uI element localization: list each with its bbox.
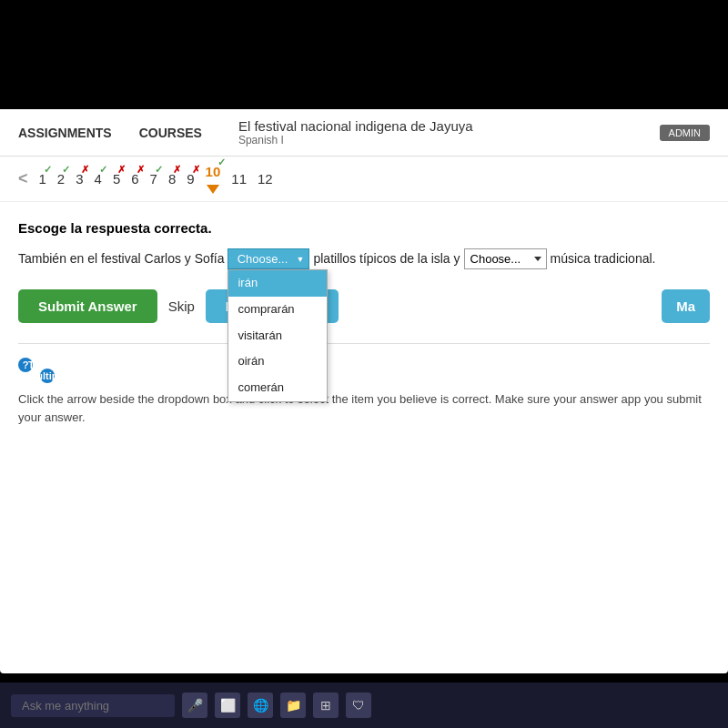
q1-badge: ✓ bbox=[44, 164, 52, 176]
taskbar: 🎤 ⬜ 🌐 📁 ⊞ 🛡 bbox=[0, 682, 728, 728]
main-content: Escoge la respuesta correcta. También en… bbox=[0, 202, 728, 444]
nav-title-main: El festival nacional indigena de Jayuya bbox=[238, 118, 473, 134]
q5-badge: ✗ bbox=[117, 164, 126, 176]
q-num-11-wrap: 11 bbox=[231, 171, 247, 187]
first-dropdown-menu: irán comprarán visitarán oirán comerán bbox=[228, 269, 328, 402]
nav-courses[interactable]: COURSES bbox=[139, 126, 202, 140]
q-num-7-wrap: ✓ 7 bbox=[150, 171, 157, 187]
button-row: Submit Answer Skip Next Question Ma bbox=[18, 289, 710, 323]
current-indicator bbox=[207, 185, 219, 194]
q-num-6-wrap: ✗ 6 bbox=[131, 171, 138, 187]
q-num-12-wrap: 12 bbox=[258, 171, 273, 187]
nav-title-sub: Spanish I bbox=[238, 134, 473, 147]
q-num-9-wrap: ✗ 9 bbox=[187, 171, 194, 187]
taskbar-shield-icon[interactable]: 🛡 bbox=[346, 693, 371, 718]
question-nav: < ✓ 1 ✓ 2 ✗ 3 ✓ 4 ✗ 5 ✗ 6 bbox=[0, 157, 728, 202]
q8-badge: ✗ bbox=[173, 164, 181, 176]
q9-badge: ✗ bbox=[192, 164, 200, 176]
submit-button[interactable]: Submit Answer bbox=[18, 289, 157, 323]
second-dropdown-select[interactable]: Choose... irán comprarán visitarán oirán… bbox=[464, 248, 547, 269]
q10-badge: ✓ bbox=[217, 157, 226, 168]
taskbar-mic-icon[interactable]: 🎤 bbox=[182, 693, 207, 718]
dropdown-option-visitaran[interactable]: visitarán bbox=[228, 323, 327, 349]
q-num-5-wrap: ✗ 5 bbox=[113, 171, 120, 187]
q-num-2-wrap: ✓ 2 bbox=[57, 171, 65, 187]
question-text-before: También en el festival Carlos y Sofía bbox=[18, 248, 224, 268]
skip-button[interactable]: Skip bbox=[168, 298, 195, 314]
taskbar-search[interactable] bbox=[11, 694, 175, 717]
q-num-3-wrap: ✗ 3 bbox=[76, 171, 83, 187]
q-num-8-wrap: ✗ 8 bbox=[168, 171, 176, 187]
q-num-1-wrap: ✓ 1 bbox=[39, 171, 46, 187]
admin-button[interactable]: ADMIN bbox=[660, 125, 710, 141]
q3-badge: ✗ bbox=[81, 164, 89, 176]
help-title: ? Text Multiple Choice bbox=[18, 357, 710, 383]
dropdown-option-iran[interactable]: irán bbox=[228, 270, 327, 297]
question-text: También en el festival Carlos y Sofía Ch… bbox=[18, 248, 710, 269]
second-dropdown-container: Choose... irán comprarán visitarán oirán… bbox=[464, 248, 547, 269]
question-text-between: platillos típicos de la isla y bbox=[313, 248, 460, 268]
q-num-12[interactable]: 12 bbox=[258, 171, 273, 187]
nav-title-block: El festival nacional indigena de Jayuya … bbox=[238, 118, 473, 147]
ma-button[interactable]: Ma bbox=[662, 289, 710, 323]
first-dropdown-trigger[interactable]: Choose... bbox=[228, 248, 309, 269]
section-title: Escoge la respuesta correcta. bbox=[18, 220, 710, 236]
q-num-11[interactable]: 11 bbox=[231, 171, 247, 187]
question-text-after: música tradicional. bbox=[551, 248, 656, 268]
dropdown-option-comeran[interactable]: comerán bbox=[228, 375, 327, 401]
taskbar-browser-icon[interactable]: 🌐 bbox=[248, 693, 273, 718]
prev-arrow[interactable]: < bbox=[18, 169, 28, 188]
taskbar-start-icon[interactable]: ⊞ bbox=[313, 693, 339, 718]
help-section: ? Text Multiple Choice Click the arrow b… bbox=[18, 343, 710, 426]
help-text: Click the arrow beside the dropdown box … bbox=[18, 390, 710, 426]
nav-bar: ASSIGNMENTS COURSES El festival nacional… bbox=[0, 109, 728, 157]
help-title-text: Text Multiple Choice bbox=[40, 369, 55, 383]
q7-badge: ✓ bbox=[155, 164, 163, 176]
q2-badge: ✓ bbox=[62, 164, 70, 176]
q6-badge: ✗ bbox=[136, 164, 145, 176]
first-dropdown-container: Choose... irán comprarán visitarán oirán… bbox=[228, 248, 309, 269]
q-num-10-wrap: ✓ 10 bbox=[206, 164, 221, 179]
taskbar-folder-icon[interactable]: 📁 bbox=[280, 693, 306, 718]
dropdown-option-compraran[interactable]: comprarán bbox=[228, 297, 327, 323]
nav-assignments[interactable]: ASSIGNMENTS bbox=[18, 126, 112, 140]
taskbar-window-icon[interactable]: ⬜ bbox=[215, 693, 240, 718]
q-num-4-wrap: ✓ 4 bbox=[95, 171, 102, 187]
dropdown-option-oiran[interactable]: oirán bbox=[228, 349, 327, 375]
q4-badge: ✓ bbox=[99, 164, 107, 176]
